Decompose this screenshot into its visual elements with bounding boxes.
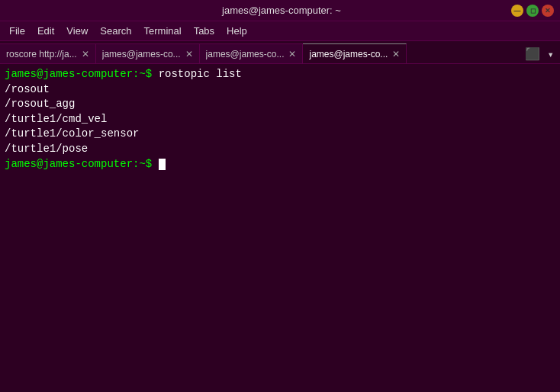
tabs-actions: ⬛▾ — [519, 45, 560, 63]
tab-label: james@james-co... — [309, 49, 388, 59]
menu-item-edit[interactable]: Edit — [31, 24, 60, 38]
terminal-area[interactable]: james@james-computer:~$ rostopic list/ro… — [0, 64, 560, 392]
terminal-line: /turtle1/color_sensor — [5, 127, 555, 142]
tab-tab4[interactable]: james@james-co...✕ — [303, 43, 407, 63]
terminal-line: james@james-computer:~$ — [5, 157, 555, 172]
terminal-output: /turtle1/cmd_vel — [5, 113, 107, 125]
tab-close-icon[interactable]: ✕ — [82, 49, 89, 59]
tabs-scroll-icon[interactable]: ⬛ — [522, 45, 543, 63]
tab-close-icon[interactable]: ✕ — [185, 49, 193, 59]
tab-tab2[interactable]: james@james-co...✕ — [96, 43, 200, 63]
maximize-button[interactable]: ◻ — [526, 5, 539, 17]
tabs-dropdown-icon[interactable]: ▾ — [545, 47, 557, 63]
menu-item-search[interactable]: Search — [94, 24, 137, 38]
menu-item-view[interactable]: View — [60, 24, 94, 38]
menu-bar: FileEditViewSearchTerminalTabsHelp — [0, 21, 560, 41]
tab-label: james@james-co... — [102, 49, 181, 59]
terminal-cursor — [159, 159, 166, 170]
close-button[interactable]: ✕ — [542, 5, 554, 17]
tab-label: james@james-co... — [206, 49, 285, 59]
terminal-line: /turtle1/cmd_vel — [5, 112, 555, 127]
menu-item-tabs[interactable]: Tabs — [188, 24, 220, 38]
window-controls: — ◻ ✕ — [511, 5, 554, 17]
terminal-line: james@james-computer:~$ rostopic list — [5, 67, 555, 82]
window-title: james@james-computer: ~ — [52, 5, 511, 16]
terminal-prompt: james@james-computer:~$ — [5, 68, 159, 80]
terminal-prompt: james@james-computer:~$ — [5, 158, 159, 170]
terminal-line: /turtle1/pose — [5, 142, 555, 157]
terminal-line: /rosout_agg — [5, 97, 555, 112]
title-bar: james@james-computer: ~ — ◻ ✕ — [0, 0, 560, 21]
minimize-button[interactable]: — — [511, 5, 523, 17]
terminal-output: /rosout_agg — [5, 98, 75, 110]
menu-item-file[interactable]: File — [3, 24, 31, 38]
tab-label: roscore http://ja... — [6, 49, 77, 59]
menu-item-terminal[interactable]: Terminal — [138, 24, 188, 38]
tab-close-icon[interactable]: ✕ — [288, 49, 296, 59]
terminal-output: /turtle1/pose — [5, 143, 88, 155]
tab-close-icon[interactable]: ✕ — [392, 49, 400, 59]
tabs-bar: roscore http://ja...✕james@james-co...✕j… — [0, 41, 560, 64]
terminal-output: /rosout — [5, 83, 50, 95]
tab-tab3[interactable]: james@james-co...✕ — [200, 43, 304, 63]
tab-tab1[interactable]: roscore http://ja...✕ — [0, 43, 96, 63]
terminal-command: rostopic list — [159, 68, 242, 80]
terminal-line: /rosout — [5, 82, 555, 98]
terminal-output: /turtle1/color_sensor — [5, 127, 139, 140]
menu-item-help[interactable]: Help — [220, 24, 253, 38]
